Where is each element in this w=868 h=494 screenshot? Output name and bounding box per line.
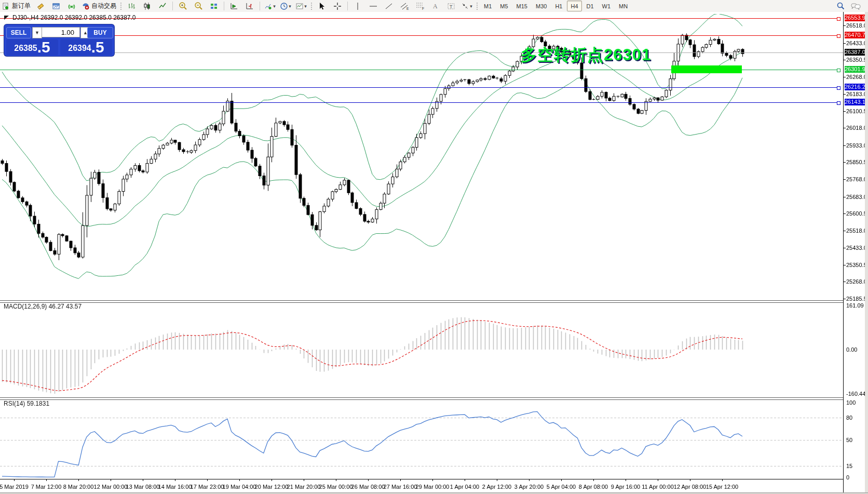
- equidistant-channel-button[interactable]: E: [397, 1, 412, 12]
- rsi-pane-splitter[interactable]: [0, 397, 843, 400]
- price-chart-canvas[interactable]: [0, 12, 843, 494]
- text-button[interactable]: A: [428, 1, 443, 12]
- zoom-out-icon: [194, 2, 203, 10]
- timeframe-button-m30[interactable]: M30: [532, 1, 550, 11]
- axis-tick-mark: [844, 94, 846, 95]
- time-tick-label: 12 Mar 00:00: [94, 484, 128, 490]
- time-tick-label: 9 Apr 16:00: [611, 484, 640, 490]
- candlestick-chart-icon: [143, 2, 151, 10]
- crosshair-button[interactable]: [330, 1, 345, 12]
- time-axis-line: [0, 479, 843, 479]
- channel-icon: E: [400, 2, 409, 10]
- volume-down-button[interactable]: ▼: [32, 27, 42, 38]
- timeframe-button-mn[interactable]: MN: [615, 1, 631, 11]
- svg-text:E: E: [406, 7, 409, 10]
- main-toolbar: 新订单 自动交易: [0, 0, 868, 12]
- axis-tick-mark: [844, 128, 846, 128]
- search-button[interactable]: [833, 1, 848, 12]
- timeframe-button-w1[interactable]: W1: [599, 1, 615, 11]
- search-icon: [836, 2, 845, 10]
- cursor-button[interactable]: [315, 1, 329, 12]
- time-tick-label: 3 Apr 20:00: [514, 484, 544, 490]
- toolbar-separator: [224, 2, 224, 10]
- time-tick-label: 12 Apr 08:00: [674, 484, 706, 490]
- level-line-handle[interactable]: [837, 101, 840, 105]
- horizontal-level-line[interactable]: [0, 87, 837, 88]
- signals-button[interactable]: [64, 1, 79, 12]
- price-axis[interactable]: 26518.026433.026350.526268.026183.026100…: [843, 12, 865, 494]
- chat-icon: [851, 2, 861, 10]
- pivot-highlight-rect[interactable]: [671, 65, 742, 73]
- timeframe-button-m15[interactable]: M15: [513, 1, 531, 11]
- timeframe-button-h1[interactable]: H1: [551, 1, 566, 11]
- timeframe-button-m5[interactable]: M5: [496, 1, 511, 11]
- auto-scroll-button[interactable]: [227, 1, 241, 12]
- autotrading-button[interactable]: 自动交易: [80, 1, 118, 12]
- tile-windows-button[interactable]: [207, 1, 221, 12]
- chart-window-icon: [52, 2, 60, 10]
- price-tick-label: 26433.0: [846, 40, 867, 46]
- shapes-button[interactable]: ▾: [459, 1, 474, 12]
- metaeditor-button[interactable]: [33, 1, 48, 12]
- macd-pane-splitter[interactable]: [0, 300, 843, 303]
- chart-shift-button[interactable]: [242, 1, 257, 12]
- time-tick-label: 15 Apr 12:00: [706, 484, 738, 490]
- time-tick-label: 29 Mar 00:00: [416, 484, 450, 490]
- vertical-line-button[interactable]: [350, 1, 365, 12]
- clock-icon: [280, 2, 288, 10]
- price-tick-label: 25350.5: [846, 262, 867, 268]
- zoom-out-button[interactable]: [191, 1, 206, 12]
- indicators-button[interactable]: ▾: [263, 1, 277, 12]
- line-chart-button[interactable]: [155, 1, 170, 12]
- axis-tick-mark: [844, 179, 846, 180]
- price-level-badge: 26301.9: [845, 66, 865, 73]
- chart-shift-icon: [246, 2, 254, 10]
- bar-chart-button[interactable]: [124, 1, 139, 12]
- panel-collapse-arrow[interactable]: [4, 16, 9, 20]
- macd-tick-label: 0.00: [846, 346, 857, 353]
- level-line-handle[interactable]: [837, 17, 840, 21]
- timeframe-button-d1[interactable]: D1: [583, 1, 598, 11]
- buy-button[interactable]: BUY: [87, 27, 113, 38]
- trendline-icon: [385, 2, 393, 10]
- sell-price-box[interactable]: 26385.5: [6, 39, 58, 55]
- price-level-badge: 26216.2: [845, 84, 865, 90]
- level-line-handle[interactable]: [837, 86, 840, 90]
- ask-price-frac: .5: [91, 41, 104, 54]
- strategy-tester-button[interactable]: [49, 1, 63, 12]
- timeframe-button-h4[interactable]: H4: [567, 1, 581, 11]
- level-line-handle[interactable]: [837, 69, 840, 72]
- current-price-line[interactable]: [0, 52, 843, 53]
- chat-button[interactable]: [849, 1, 863, 12]
- toolbar-separator: [172, 2, 173, 10]
- time-tick-label: 19 Mar 04:00: [223, 484, 256, 490]
- trendline-button[interactable]: [382, 1, 396, 12]
- time-tick-label: 7 Mar 12:00: [31, 484, 62, 490]
- rsi-tick-label: 15: [846, 463, 852, 469]
- periods-button[interactable]: ▾: [278, 1, 293, 12]
- price-tick-label: 25268.0: [846, 278, 867, 285]
- zoom-in-button[interactable]: [175, 1, 190, 12]
- text-label-button[interactable]: T: [444, 1, 458, 12]
- horizontal-level-line[interactable]: [0, 102, 837, 103]
- timeframe-button-m1[interactable]: M1: [480, 1, 495, 11]
- new-order-button[interactable]: 新订单: [1, 1, 32, 12]
- cursor-arrow-icon: [318, 2, 326, 10]
- volume-input[interactable]: 1.00: [42, 27, 80, 37]
- fibonacci-button[interactable]: F: [413, 1, 427, 12]
- price-tick-label: 26018.0: [846, 125, 867, 131]
- templates-button[interactable]: ▾: [294, 1, 308, 12]
- horizontal-level-line[interactable]: [0, 35, 837, 36]
- buy-price-box[interactable]: 26394.5: [60, 39, 112, 55]
- candlestick-chart-button[interactable]: [140, 1, 154, 12]
- axis-tick-mark: [844, 197, 846, 197]
- sell-button[interactable]: SELL: [6, 27, 31, 38]
- chart-header: DJ30-,H4 26392.0 26392.0 26385.0 26387.0: [12, 14, 136, 21]
- axis-tick-mark: [844, 111, 846, 112]
- toolbar-separator: [347, 2, 348, 10]
- one-click-trading-panel: SELL ▼ 1.00 ▲ BUY 26385.5 26394.5: [4, 24, 114, 56]
- level-line-handle[interactable]: [837, 34, 840, 38]
- horizontal-line-button[interactable]: [366, 1, 381, 12]
- new-order-icon: [2, 2, 10, 10]
- time-tick-label: 14 Mar 16:00: [158, 484, 192, 490]
